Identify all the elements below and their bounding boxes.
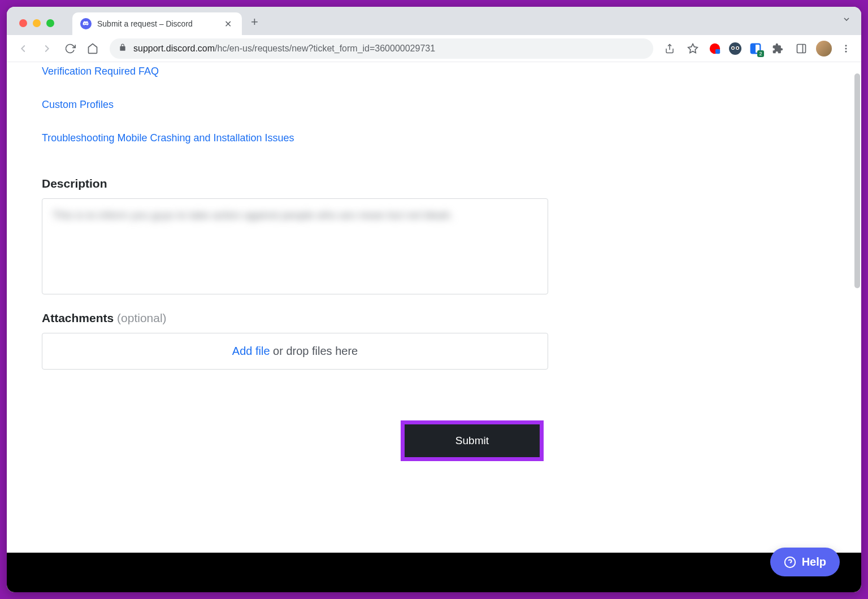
submit-button[interactable]: Submit bbox=[401, 420, 544, 461]
minimize-window-button[interactable] bbox=[33, 19, 41, 27]
help-widget-label: Help bbox=[802, 555, 826, 568]
svg-rect-10 bbox=[751, 44, 756, 53]
tab-strip: Submit a request – Discord ✕ + bbox=[7, 7, 861, 35]
tabs-dropdown-icon[interactable] bbox=[842, 15, 851, 26]
browser-tab[interactable]: Submit a request – Discord ✕ bbox=[72, 12, 242, 35]
close-window-button[interactable] bbox=[19, 19, 27, 27]
address-bar[interactable]: support.discord.com/hc/en-us/requests/ne… bbox=[110, 38, 653, 59]
reload-button[interactable] bbox=[61, 40, 79, 58]
back-button[interactable] bbox=[14, 39, 33, 58]
svg-point-4 bbox=[729, 42, 741, 55]
page-footer bbox=[7, 553, 861, 592]
profile-avatar[interactable] bbox=[816, 41, 832, 57]
svg-marker-1 bbox=[688, 44, 698, 53]
browser-window: Submit a request – Discord ✕ + support.d… bbox=[7, 7, 861, 592]
add-file-link[interactable]: Add file bbox=[232, 345, 270, 357]
page-viewport: Verification Required FAQ Custom Profile… bbox=[7, 62, 861, 592]
submit-row: Submit bbox=[42, 420, 548, 461]
browser-toolbar: support.discord.com/hc/en-us/requests/ne… bbox=[7, 35, 861, 62]
side-panel-icon[interactable] bbox=[792, 40, 810, 58]
tab-title: Submit a request – Discord bbox=[97, 19, 216, 28]
kebab-menu-icon[interactable] bbox=[837, 40, 854, 57]
svg-point-7 bbox=[732, 47, 734, 49]
extension-icon[interactable] bbox=[728, 41, 743, 56]
help-link[interactable]: Verification Required FAQ bbox=[42, 62, 548, 93]
url-host: support.discord.com bbox=[133, 44, 215, 53]
fullscreen-window-button[interactable] bbox=[46, 19, 54, 27]
svg-point-13 bbox=[845, 45, 847, 46]
attachments-label: Attachments (optional) bbox=[42, 311, 548, 325]
attachments-optional: (optional) bbox=[117, 311, 167, 324]
description-label: Description bbox=[42, 177, 548, 190]
svg-rect-11 bbox=[797, 44, 806, 53]
url-text: support.discord.com/hc/en-us/requests/ne… bbox=[133, 44, 435, 54]
toolbar-actions: 2 bbox=[661, 40, 854, 58]
svg-point-15 bbox=[845, 50, 847, 52]
attachments-label-text: Attachments bbox=[42, 311, 114, 324]
scrollbar-thumb[interactable] bbox=[854, 73, 860, 288]
form-content: Verification Required FAQ Custom Profile… bbox=[7, 62, 583, 484]
svg-point-8 bbox=[737, 47, 739, 49]
share-button[interactable] bbox=[661, 40, 678, 57]
help-widget-button[interactable]: Help bbox=[770, 548, 840, 576]
close-tab-button[interactable]: ✕ bbox=[222, 19, 234, 29]
new-tab-button[interactable]: + bbox=[242, 15, 267, 35]
extension-icon[interactable]: 2 bbox=[748, 41, 763, 56]
lock-icon bbox=[119, 44, 127, 54]
description-value: This is to inform you guys to take actio… bbox=[53, 208, 537, 223]
svg-rect-3 bbox=[715, 49, 720, 53]
extension-badge: 2 bbox=[757, 50, 764, 57]
help-link[interactable]: Troubleshooting Mobile Crashing and Inst… bbox=[42, 127, 548, 160]
help-icon bbox=[784, 556, 796, 568]
attachments-dropzone[interactable]: Add file or drop files here bbox=[42, 333, 548, 370]
extension-icon[interactable] bbox=[708, 41, 722, 56]
url-path: /hc/en-us/requests/new?ticket_form_id=36… bbox=[215, 44, 435, 53]
discord-favicon-icon bbox=[80, 18, 92, 29]
bookmark-button[interactable] bbox=[684, 40, 702, 58]
drop-hint: or drop files here bbox=[270, 345, 358, 357]
extensions-menu-icon[interactable] bbox=[769, 40, 787, 58]
forward-button[interactable] bbox=[37, 39, 57, 58]
svg-point-14 bbox=[845, 47, 847, 49]
home-button[interactable] bbox=[84, 40, 102, 58]
description-textarea[interactable]: This is to inform you guys to take actio… bbox=[42, 198, 548, 294]
help-link[interactable]: Custom Profiles bbox=[42, 93, 548, 127]
window-controls bbox=[12, 19, 61, 35]
